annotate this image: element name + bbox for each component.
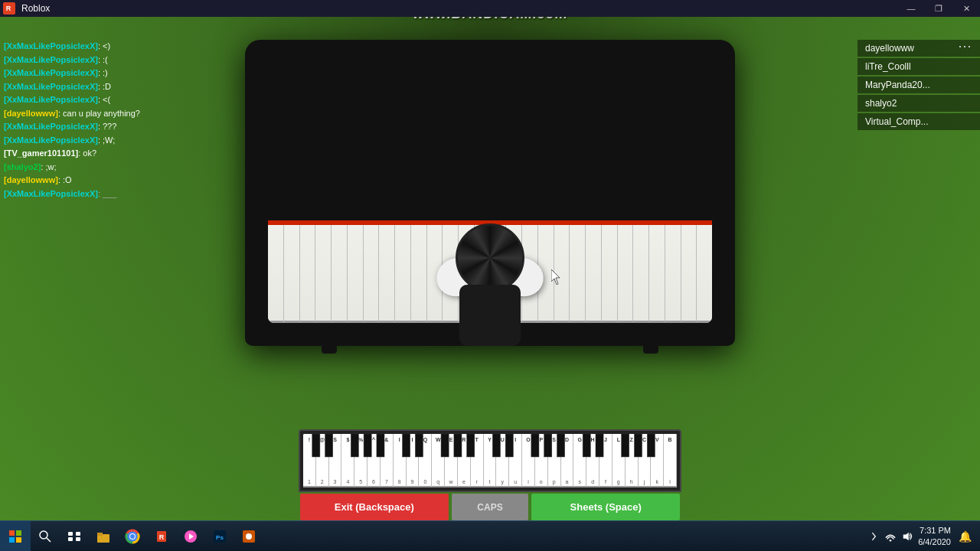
mini-piano-key-25[interactable]: Zh xyxy=(626,434,639,487)
piano-white-key-2[interactable] xyxy=(300,223,316,323)
svg-rect-5 xyxy=(9,537,15,543)
taskbar: R Ps xyxy=(0,520,980,551)
mini-piano-key-17[interactable]: Oi xyxy=(522,434,535,487)
taskbar-file-explorer[interactable] xyxy=(90,523,117,550)
bottom-piano-ui: !1@2S3$4%5^6&7I8I9Q0WqEwReTrYtUyIuOiPoSp… xyxy=(299,429,681,520)
taskbar-chrome[interactable] xyxy=(119,523,146,550)
svg-point-24 xyxy=(246,533,252,540)
piano-stand-left xyxy=(322,323,337,354)
exit-button[interactable]: Exit (Backspace) xyxy=(300,494,449,520)
svg-point-17 xyxy=(130,534,135,539)
character-head xyxy=(456,223,524,292)
window-controls: — ❐ ✕ xyxy=(897,0,980,17)
system-clock[interactable]: 7:31 PM 6/4/2020 xyxy=(918,525,951,547)
taskbar-itunes[interactable] xyxy=(177,523,204,550)
character-torso xyxy=(459,285,521,346)
piano-white-key-24[interactable] xyxy=(649,223,665,323)
mini-piano-key-27[interactable]: Vk xyxy=(651,434,664,487)
game-viewport: [XxMaxLikePopsiclexX]: <)[XxMaxLikePopsi… xyxy=(0,17,980,551)
piano-white-key-22[interactable] xyxy=(618,223,634,323)
player-item-4[interactable]: Virtual_Comp... xyxy=(858,113,980,130)
mini-piano-key-12[interactable]: Re xyxy=(458,434,471,487)
piano-white-key-4[interactable] xyxy=(332,223,348,323)
piano-white-key-23[interactable] xyxy=(633,223,649,323)
svg-text:R: R xyxy=(6,5,11,12)
titlebar: R Roblox — ❐ ✕ xyxy=(0,0,980,17)
mini-piano-key-18[interactable]: Po xyxy=(535,434,548,487)
notification-button[interactable]: 🔔 xyxy=(956,521,974,552)
mini-piano-container: !1@2S3$4%5^6&7I8I9Q0WqEwReTrYtUyIuOiPoSp… xyxy=(299,429,681,492)
piano-white-key-5[interactable] xyxy=(348,223,364,323)
piano-stand-right xyxy=(643,323,658,354)
svg-rect-14 xyxy=(97,533,103,536)
window-title: Roblox xyxy=(18,3,897,14)
system-tray: 7:31 PM 6/4/2020 🔔 xyxy=(861,521,980,552)
svg-marker-26 xyxy=(903,532,909,540)
mini-piano-key-4[interactable]: %5 xyxy=(354,434,368,487)
mini-piano-key-0[interactable]: !1 xyxy=(303,434,316,487)
tray-volume[interactable] xyxy=(901,530,913,543)
mini-piano-key-19[interactable]: Sp xyxy=(548,434,561,487)
svg-rect-6 xyxy=(16,537,21,543)
piano-white-key-3[interactable] xyxy=(315,223,332,323)
taskbar-search[interactable] xyxy=(31,523,59,550)
piano-white-key-27[interactable] xyxy=(697,223,712,323)
mini-piano-key-28[interactable]: Bl xyxy=(664,434,677,487)
player-item-1[interactable]: liTre_Coolll xyxy=(858,58,980,75)
taskbar-photoshop[interactable]: Ps xyxy=(206,523,234,550)
svg-point-7 xyxy=(40,531,47,539)
player-item-3[interactable]: shalyo2 xyxy=(858,95,980,112)
start-button[interactable] xyxy=(0,521,31,552)
tray-network[interactable] xyxy=(884,530,897,543)
mini-piano-key-26[interactable]: Cj xyxy=(639,434,652,487)
mini-piano-key-5[interactable]: ^6 xyxy=(368,434,381,487)
caps-button[interactable]: CAPS xyxy=(452,494,529,520)
svg-rect-9 xyxy=(68,532,73,536)
svg-text:Ps: Ps xyxy=(216,534,224,541)
mini-piano-key-23[interactable]: Jf xyxy=(599,434,612,487)
svg-point-25 xyxy=(890,539,892,541)
svg-rect-11 xyxy=(68,537,73,541)
minimize-button[interactable]: — xyxy=(897,0,925,17)
player-character xyxy=(375,155,605,369)
mini-piano-key-16[interactable]: Iu xyxy=(509,434,522,487)
mini-piano-key-3[interactable]: $4 xyxy=(341,434,354,487)
svg-line-8 xyxy=(47,538,51,542)
mini-piano-key-24[interactable]: Lg xyxy=(612,434,626,487)
mini-piano-key-6[interactable]: &7 xyxy=(381,434,394,487)
tray-chevron[interactable] xyxy=(867,530,880,543)
mini-piano-key-7[interactable]: I8 xyxy=(394,434,407,487)
piano-3d-scene xyxy=(230,40,750,369)
mini-piano-key-21[interactable]: Gs xyxy=(573,434,586,487)
piano-white-key-0[interactable] xyxy=(268,223,284,323)
restore-button[interactable]: ❐ xyxy=(925,0,952,17)
sheets-button[interactable]: Sheets (Space) xyxy=(531,494,680,520)
mini-piano-key-8[interactable]: I9 xyxy=(407,434,420,487)
mini-piano-key-2[interactable]: S3 xyxy=(329,434,342,487)
svg-text:R: R xyxy=(159,533,165,541)
svg-rect-12 xyxy=(76,537,80,541)
mini-piano-key-1[interactable]: @2 xyxy=(316,434,329,487)
close-button[interactable]: ✕ xyxy=(952,0,980,17)
taskbar-roblox[interactable]: R xyxy=(148,523,175,550)
mini-piano-key-14[interactable]: Yt xyxy=(484,434,497,487)
mini-piano-key-11[interactable]: Ew xyxy=(445,434,458,487)
mini-piano-key-15[interactable]: Uy xyxy=(496,434,509,487)
mini-piano-key-22[interactable]: Hd xyxy=(586,434,599,487)
mini-piano-keyboard: !1@2S3$4%5^6&7I8I9Q0WqEwReTrYtUyIuOiPoSp… xyxy=(303,434,677,487)
mini-piano-key-10[interactable]: Wq xyxy=(432,434,445,487)
character-body xyxy=(429,216,551,369)
piano-white-key-26[interactable] xyxy=(681,223,697,323)
taskbar-task-view[interactable] xyxy=(60,523,88,550)
piano-white-key-1[interactable] xyxy=(284,223,300,323)
piano-white-key-25[interactable] xyxy=(665,223,681,323)
mini-piano-key-20[interactable]: Da xyxy=(561,434,574,487)
svg-rect-3 xyxy=(9,530,15,536)
taskbar-app[interactable] xyxy=(235,523,263,550)
mini-piano-key-13[interactable]: Tr xyxy=(471,434,484,487)
mini-piano-key-9[interactable]: Q0 xyxy=(419,434,432,487)
svg-rect-10 xyxy=(76,532,80,536)
player-item-2[interactable]: MaryPanda20... xyxy=(858,77,980,93)
more-options-button[interactable]: ⋯ xyxy=(953,38,976,54)
control-buttons: Exit (Backspace) CAPS Sheets (Space) xyxy=(299,494,681,520)
